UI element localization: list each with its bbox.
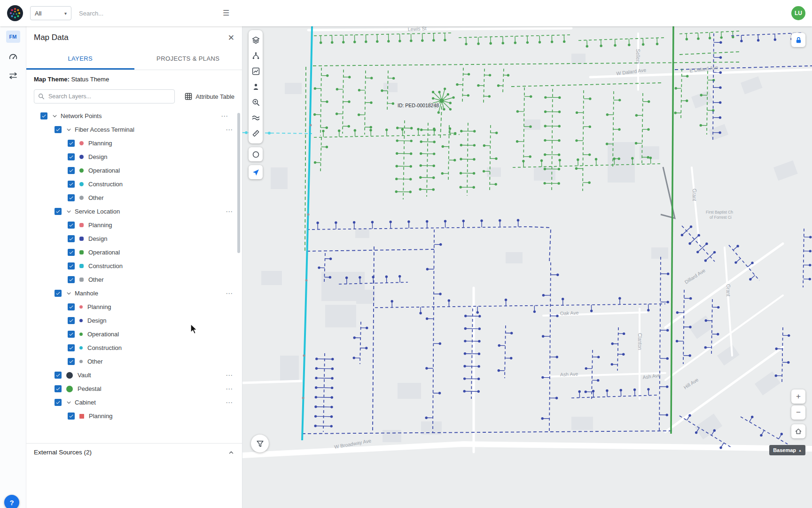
more-options-icon[interactable]: ⋯ [226, 385, 233, 392]
help-widget[interactable]: ? [4, 495, 19, 508]
data-transfer-icon[interactable] [8, 71, 18, 80]
chevron-down-icon[interactable] [66, 127, 71, 132]
chevron-up-icon[interactable] [228, 449, 234, 456]
layer-checkbox[interactable] [40, 112, 47, 119]
layer-row[interactable]: Network Points⋯ [26, 109, 242, 123]
layers-tool-button[interactable] [249, 32, 263, 48]
layer-checkbox[interactable] [68, 140, 75, 147]
close-icon[interactable]: ✕ [228, 33, 234, 43]
layer-row[interactable]: Design [26, 232, 242, 246]
fm-module-button[interactable]: FM [6, 31, 20, 43]
search-scope-select[interactable]: All ▾ [30, 6, 71, 20]
user-avatar[interactable]: LU [791, 6, 805, 20]
layer-row[interactable]: Planning [26, 136, 242, 150]
chevron-down-icon[interactable] [66, 209, 71, 214]
layer-row[interactable]: Manhole⋯ [26, 286, 242, 300]
tab-projects-plans[interactable]: PROJECTS & PLANS [134, 49, 242, 70]
layer-search-box[interactable] [34, 89, 175, 103]
layer-checkbox[interactable] [68, 153, 75, 160]
layer-row[interactable]: Construction [26, 177, 242, 191]
layer-checkbox[interactable] [68, 194, 75, 201]
layer-row[interactable]: Service Location⋯ [26, 205, 242, 218]
layer-row[interactable]: Planning [26, 218, 242, 232]
layer-row[interactable]: Planning [26, 409, 242, 423]
navigate-tool-button[interactable] [249, 165, 263, 179]
layer-checkbox[interactable] [55, 399, 62, 406]
layer-row[interactable]: Construction [26, 341, 242, 355]
more-options-icon[interactable]: ⋯ [226, 399, 233, 406]
street-label: Sellers [635, 49, 641, 64]
layer-checkbox[interactable] [68, 222, 75, 229]
zoom-out-button[interactable]: − [791, 405, 805, 420]
attribute-table-button[interactable]: Attribute Table [185, 93, 234, 100]
menu-icon[interactable]: ☰ [223, 9, 229, 17]
layer-checkbox[interactable] [68, 358, 75, 365]
layer-checkbox[interactable] [68, 303, 75, 310]
layer-checkbox[interactable] [68, 276, 75, 283]
layer-checkbox[interactable] [68, 167, 75, 174]
layer-checkbox[interactable] [55, 385, 62, 392]
global-search-input[interactable] [78, 9, 216, 17]
dashboard-gauge-icon[interactable] [8, 52, 18, 62]
layer-checkbox[interactable] [68, 331, 75, 338]
layer-row[interactable]: Construction [26, 259, 242, 273]
layer-row[interactable]: Design [26, 314, 242, 327]
basemap-button[interactable]: Basemap ▲ [769, 445, 805, 455]
status-marker [79, 155, 84, 159]
layer-checkbox[interactable] [55, 126, 62, 133]
more-options-icon[interactable]: ⋯ [226, 126, 233, 133]
layer-row[interactable]: Fiber Access Terminal⋯ [26, 123, 242, 136]
layer-checkbox[interactable] [55, 208, 62, 215]
layer-row[interactable]: Pedestal⋯ [26, 382, 242, 396]
home-button[interactable] [791, 424, 805, 438]
more-options-icon[interactable]: ⋯ [226, 372, 233, 379]
network-trace-tool-button[interactable] [249, 48, 263, 64]
plus-icon: + [796, 392, 801, 401]
tab-layers[interactable]: LAYERS [26, 49, 134, 70]
chevron-down-icon[interactable] [66, 400, 71, 405]
layer-row[interactable]: Design [26, 150, 242, 164]
layer-label: Other [88, 194, 104, 201]
zoom-search-tool-button[interactable] [249, 95, 263, 110]
layer-row[interactable]: Planning [26, 300, 242, 314]
more-options-icon[interactable]: ⋯ [221, 112, 228, 119]
layer-checkbox[interactable] [55, 372, 62, 379]
layer-checkbox[interactable] [68, 249, 75, 256]
status-marker [79, 305, 83, 309]
layer-row[interactable]: Operational [26, 164, 242, 177]
layer-row[interactable]: Operational [26, 246, 242, 259]
more-options-icon[interactable]: ⋯ [226, 290, 233, 297]
filter-button[interactable] [251, 435, 269, 452]
lock-button[interactable] [791, 33, 805, 47]
layer-row[interactable]: Operational [26, 327, 242, 341]
measure-tool-button[interactable] [249, 126, 263, 141]
external-sources-header[interactable]: External Sources (2) [26, 443, 242, 461]
layer-checkbox[interactable] [68, 235, 75, 242]
street-label: Oak Ave [560, 310, 579, 316]
chart-tool-button[interactable] [249, 64, 263, 79]
zoom-in-button[interactable]: + [791, 389, 805, 404]
street-view-tool-button[interactable] [249, 79, 263, 95]
layer-row[interactable]: Other [26, 355, 242, 368]
layer-row[interactable]: Other [26, 273, 242, 286]
elevation-tool-button[interactable] [249, 110, 263, 126]
layer-row[interactable]: Cabinet⋯ [26, 396, 242, 409]
app-logo[interactable] [7, 5, 23, 22]
layer-row[interactable]: Vault⋯ [26, 368, 242, 382]
layer-row[interactable]: Other [26, 191, 242, 205]
radius-tool-button[interactable] [249, 147, 263, 161]
panel-scrollbar[interactable] [237, 113, 240, 253]
layer-checkbox[interactable] [68, 344, 75, 351]
layer-checkbox[interactable] [68, 317, 75, 324]
layer-checkbox[interactable] [68, 262, 75, 270]
layer-search-input[interactable] [47, 93, 171, 100]
map-canvas[interactable]: Lewis StSellersW Dalard AveE Dalard AveG… [242, 26, 812, 508]
layer-checkbox[interactable] [68, 181, 75, 188]
street-label: Clanton [637, 333, 643, 350]
chevron-up-icon: ▲ [798, 449, 802, 452]
layer-checkbox[interactable] [68, 413, 75, 420]
chevron-down-icon[interactable] [52, 113, 57, 119]
layer-checkbox[interactable] [55, 290, 62, 297]
more-options-icon[interactable]: ⋯ [226, 208, 233, 215]
chevron-down-icon[interactable] [66, 291, 71, 296]
